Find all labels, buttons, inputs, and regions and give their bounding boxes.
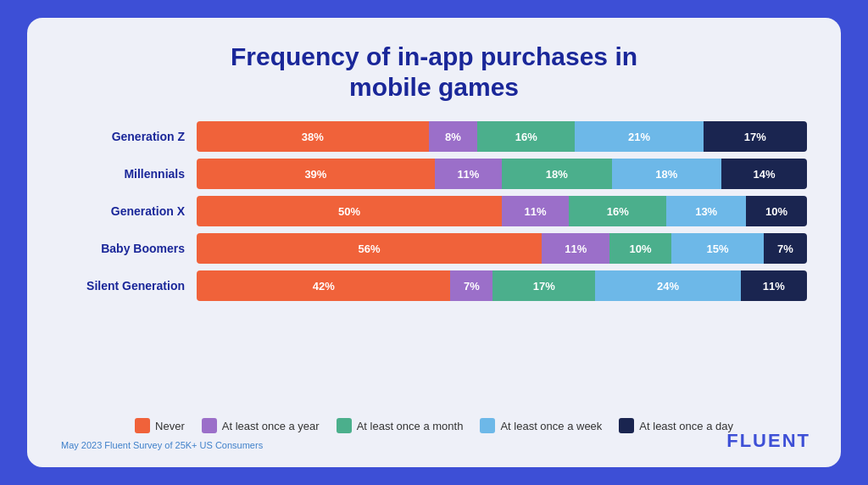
bar-segment: 13% <box>666 196 746 226</box>
bar-segment: 11% <box>542 233 609 264</box>
legend-color-box <box>337 418 352 433</box>
chart-row: Generation Z38%8%16%21%17% <box>61 121 807 152</box>
chart-row: Generation X50%11%16%13%10% <box>61 196 807 226</box>
chart-row: Baby Boomers56%11%10%15%7% <box>61 233 807 264</box>
legend-label: At least once a week <box>500 420 602 432</box>
bar-segment: 11% <box>435 159 502 189</box>
bar-segment: 11% <box>502 196 569 226</box>
bar-segment: 50% <box>197 196 502 226</box>
bar-segment: 17% <box>492 270 595 301</box>
bar: 38%8%16%21%17% <box>197 121 807 152</box>
legend-item: At least once a week <box>480 418 602 433</box>
legend: NeverAt least once a yearAt least once a… <box>61 418 807 433</box>
legend-item: Never <box>135 418 185 433</box>
bar: 42%7%17%24%11% <box>197 270 807 301</box>
row-label: Generation X <box>61 204 197 218</box>
bar-segment: 15% <box>671 233 764 264</box>
legend-label: At least once a month <box>357 420 464 432</box>
legend-label: Never <box>155 420 185 432</box>
row-label: Millennials <box>61 167 197 181</box>
legend-label: At least once a year <box>222 420 320 432</box>
bar-segment: 7% <box>764 233 807 264</box>
bar-segment: 16% <box>477 121 575 152</box>
legend-color-box <box>202 418 217 433</box>
chart-title: Frequency of in-app purchases in mobile … <box>61 42 807 103</box>
legend-color-box <box>480 418 495 433</box>
bar-segment: 38% <box>197 121 429 152</box>
bar-segment: 18% <box>502 159 612 189</box>
legend-item: At least once a day <box>619 418 733 433</box>
chart-area: Generation Z38%8%16%21%17%Millennials39%… <box>61 121 807 406</box>
legend-color-box <box>619 418 634 433</box>
row-label: Baby Boomers <box>61 242 197 255</box>
bar: 39%11%18%18%14% <box>197 159 807 189</box>
legend-item: At least once a year <box>202 418 320 433</box>
fluent-logo: FLUENT <box>726 430 810 452</box>
source-text: May 2023 Fluent Survey of 25K+ US Consum… <box>61 440 807 450</box>
bar-segment: 17% <box>704 121 807 152</box>
bar: 56%11%10%15%7% <box>197 233 807 264</box>
row-label: Generation Z <box>61 130 197 143</box>
bar-segment: 10% <box>746 196 807 226</box>
bar-segment: 21% <box>575 121 703 152</box>
chart-row: Silent Generation42%7%17%24%11% <box>61 270 807 301</box>
legend-label: At least once a day <box>639 420 733 432</box>
bar-segment: 56% <box>197 233 542 264</box>
chart-row: Millennials39%11%18%18%14% <box>61 159 807 189</box>
bar-segment: 10% <box>609 233 671 264</box>
legend-color-box <box>135 418 150 433</box>
chart-card: Frequency of in-app purchases in mobile … <box>27 18 841 467</box>
bar-segment: 14% <box>721 159 807 189</box>
bar: 50%11%16%13%10% <box>197 196 807 226</box>
bar-segment: 7% <box>450 270 492 301</box>
row-label: Silent Generation <box>61 279 197 293</box>
bar-segment: 42% <box>197 270 450 301</box>
bar-segment: 16% <box>569 196 666 226</box>
bar-segment: 11% <box>741 270 807 301</box>
bar-segment: 8% <box>429 121 478 152</box>
bar-segment: 39% <box>197 159 435 189</box>
bar-segment: 18% <box>612 159 722 189</box>
bar-segment: 24% <box>595 270 740 301</box>
legend-item: At least once a month <box>337 418 464 433</box>
